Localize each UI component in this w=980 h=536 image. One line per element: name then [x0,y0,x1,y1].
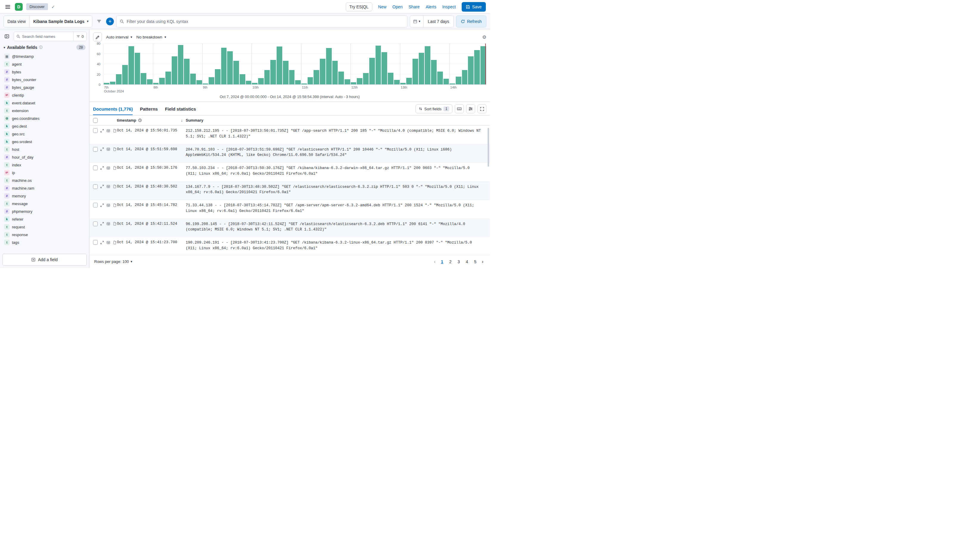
histogram-bar[interactable] [363,73,369,84]
doc-table-icon[interactable] [107,240,110,245]
expand-row-icon[interactable] [100,129,104,133]
page-2-button[interactable]: 2 [447,258,454,265]
histogram-bar[interactable] [444,79,449,84]
page-4-button[interactable]: 4 [463,258,471,265]
add-field-button[interactable]: Add a field [2,254,87,266]
data-view-picker[interactable]: Data view Kibana Sample Data Logs ▾ [3,16,92,27]
page-1-button[interactable]: 1 [438,258,445,265]
histogram-bar[interactable] [122,65,128,84]
histogram-bar[interactable] [215,69,221,84]
tab-documents[interactable]: Documents (1,776) [93,107,133,115]
histogram-bar[interactable] [456,76,461,84]
histogram-bar[interactable] [240,74,245,84]
field-item-geo.srcdest[interactable]: k geo.srcdest [2,138,87,145]
histogram-bar[interactable] [203,83,208,84]
histogram-bar[interactable] [388,73,393,84]
row-checkbox[interactable] [93,240,98,245]
doc-table-icon[interactable] [107,166,110,170]
histogram-bar[interactable] [431,60,437,84]
histogram-bar[interactable] [252,83,258,84]
field-item-machine.ram[interactable]: # machine.ram [2,184,87,192]
save-button[interactable]: Save [462,2,486,12]
histogram-bar[interactable] [190,74,196,84]
field-search-input[interactable] [22,34,73,39]
doc-table-icon[interactable] [107,129,110,133]
sort-direction-icon[interactable]: ↓ [178,118,186,122]
field-item-bytes_counter[interactable]: # bytes_counter [2,76,87,83]
histogram-bar[interactable] [277,46,282,84]
field-item-response[interactable]: t response [2,231,87,239]
table-row[interactable]: Oct 14, 2024 @ 15:48:30.502 134.167.7.9 … [89,181,490,200]
date-picker-calendar-button[interactable]: ▾ [410,16,424,27]
page-3-button[interactable]: 3 [455,258,462,265]
field-item-index[interactable]: t index [2,161,87,169]
field-item-geo.coordinates[interactable]: ⊕ geo.coordinates [2,115,87,122]
doc-file-icon[interactable] [113,222,116,226]
field-item-machine.os[interactable]: t machine.os [2,177,87,184]
next-page-button[interactable]: › [480,259,485,265]
histogram-bar[interactable] [153,83,159,84]
fullscreen-button[interactable] [477,104,487,113]
rows-per-page-button[interactable]: Rows per page: 100 ▾ [94,259,132,264]
previous-page-button[interactable]: ‹ [432,259,438,265]
histogram-bar[interactable] [116,74,122,84]
kql-search-input[interactable] [127,19,404,24]
row-checkbox[interactable] [93,184,98,189]
histogram-bar[interactable] [332,61,338,84]
doc-file-icon[interactable] [113,184,116,188]
grid-settings-button[interactable] [466,104,475,113]
try-esql-button[interactable]: Try ES|QL [346,2,372,11]
histogram-bar[interactable] [227,51,233,84]
refresh-button[interactable]: Refresh [456,16,487,27]
field-filter-button[interactable]: 0 [73,32,86,41]
expand-row-icon[interactable] [100,203,104,207]
histogram-bar[interactable] [338,72,344,84]
add-filter-button[interactable]: + [106,17,114,25]
histogram-bar[interactable] [326,48,332,84]
info-icon[interactable]: ⓘ [39,45,43,50]
expand-row-icon[interactable] [100,222,104,226]
grid-scrollbar[interactable] [488,128,489,167]
histogram-bar[interactable] [301,83,307,84]
histogram-bar[interactable] [110,82,116,84]
field-item-event.dataset[interactable]: k event.dataset [2,99,87,107]
interval-select[interactable]: Auto interval ▾ [106,35,132,39]
timestamp-column-header[interactable]: timestamp [117,118,178,122]
histogram-bar[interactable] [264,70,270,84]
time-range-button[interactable]: Last 7 days [423,19,453,24]
histogram-bar[interactable] [165,72,171,84]
histogram-bar[interactable] [147,79,153,84]
row-checkbox[interactable] [93,165,98,170]
nav-alerts-link[interactable]: Alerts [426,5,436,9]
field-item-bytes_gauge[interactable]: # bytes_gauge [2,83,87,91]
histogram-bar[interactable] [295,80,301,84]
doc-file-icon[interactable] [113,129,116,133]
field-item-extension[interactable]: t extension [2,107,87,115]
histogram-bar[interactable] [141,73,146,84]
doc-file-icon[interactable] [113,147,116,151]
field-item-referer[interactable]: k referer [2,215,87,223]
table-row[interactable]: Oct 14, 2024 @ 15:42:11.524 96.199.208.1… [89,219,490,238]
chart-plot[interactable] [103,43,487,85]
field-item-agent[interactable]: t agent [2,60,87,68]
histogram-bar[interactable] [233,61,239,84]
histogram-bar[interactable] [382,52,387,84]
summary-column-header[interactable]: Summary [186,118,490,122]
histogram-bar[interactable] [425,46,430,84]
histogram-bar[interactable] [289,70,295,84]
histogram-bar[interactable] [129,46,134,84]
doc-table-icon[interactable] [107,184,110,188]
chart-options-button[interactable]: ⚙ [482,34,487,40]
histogram-bar[interactable] [258,78,264,84]
histogram-bar[interactable] [419,53,425,84]
tab-field-statistics[interactable]: Field statistics [165,107,196,115]
field-item-host[interactable]: t host [2,145,87,153]
row-checkbox[interactable] [93,147,98,152]
expand-row-icon[interactable] [100,184,104,188]
histogram-bar[interactable] [394,80,400,84]
histogram-bar[interactable] [313,70,319,84]
row-checkbox[interactable] [93,221,98,226]
breakdown-select[interactable]: No breakdown ▾ [137,35,166,39]
field-item-tags[interactable]: t tags [2,239,87,246]
histogram-bar[interactable] [369,58,375,84]
